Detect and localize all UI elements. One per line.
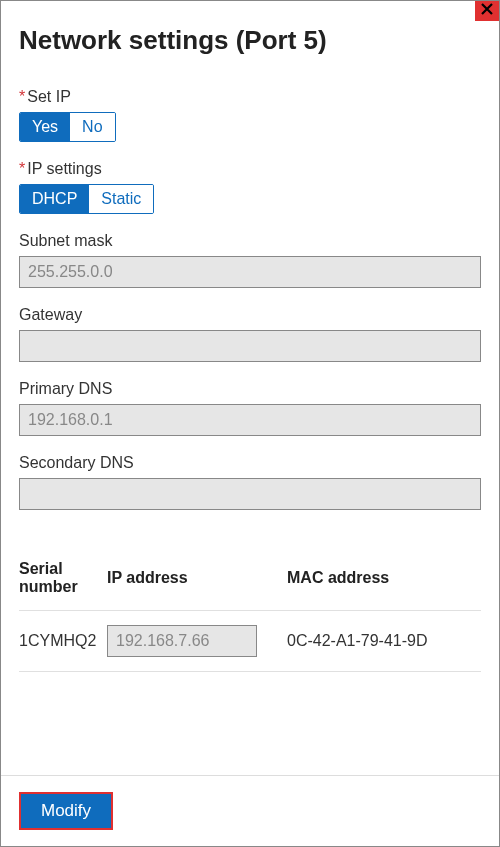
gateway-input[interactable] — [19, 330, 481, 362]
interfaces-table: Serial number IP address MAC address 1CY… — [19, 546, 481, 672]
set-ip-toggle: Yes No — [19, 112, 116, 142]
row-ip-input[interactable] — [107, 625, 257, 657]
td-mac: 0C-42-A1-79-41-9D — [287, 632, 481, 650]
primary-dns-input[interactable] — [19, 404, 481, 436]
close-icon — [480, 2, 494, 20]
set-ip-label: *Set IP — [19, 88, 481, 106]
ip-settings-dhcp-button[interactable]: DHCP — [20, 185, 89, 213]
table-header-row: Serial number IP address MAC address — [19, 546, 481, 611]
ip-settings-label: *IP settings — [19, 160, 481, 178]
td-serial: 1CYMHQ2 — [19, 632, 107, 650]
th-mac: MAC address — [287, 569, 481, 587]
ip-settings-static-button[interactable]: Static — [89, 185, 153, 213]
required-marker: * — [19, 88, 25, 105]
th-serial: Serial number — [19, 560, 107, 596]
secondary-dns-input[interactable] — [19, 478, 481, 510]
required-marker: * — [19, 160, 25, 177]
set-ip-yes-button[interactable]: Yes — [20, 113, 70, 141]
primary-dns-label: Primary DNS — [19, 380, 481, 398]
modify-button[interactable]: Modify — [19, 792, 113, 830]
set-ip-no-button[interactable]: No — [70, 113, 114, 141]
gateway-label: Gateway — [19, 306, 481, 324]
subnet-mask-label: Subnet mask — [19, 232, 481, 250]
secondary-dns-label: Secondary DNS — [19, 454, 481, 472]
page-title: Network settings (Port 5) — [19, 25, 481, 56]
ip-settings-toggle: DHCP Static — [19, 184, 154, 214]
subnet-mask-input[interactable] — [19, 256, 481, 288]
close-button[interactable] — [475, 1, 499, 21]
th-ip: IP address — [107, 569, 287, 587]
footer: Modify — [1, 775, 499, 846]
table-row: 1CYMHQ2 0C-42-A1-79-41-9D — [19, 611, 481, 672]
